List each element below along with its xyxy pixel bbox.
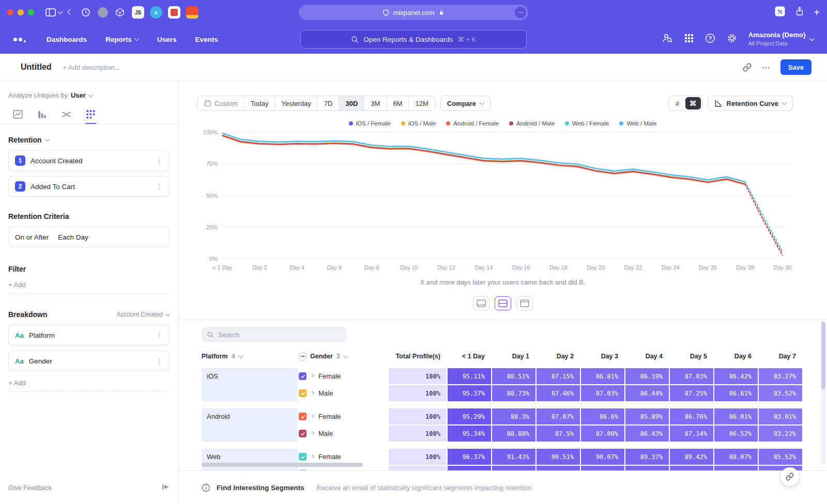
total-profiles-cell[interactable]: 100% xyxy=(389,385,447,401)
nav-users[interactable]: Users xyxy=(157,36,177,43)
extension-cube-icon[interactable] xyxy=(114,6,126,19)
analyze-entity-select[interactable]: User xyxy=(71,91,93,99)
total-profiles-cell[interactable]: 100% xyxy=(389,408,447,424)
legend-item-android-female[interactable]: Android / Female xyxy=(446,120,499,127)
add-description[interactable]: + Add description... xyxy=(63,64,120,71)
user-lookup-icon[interactable] xyxy=(662,33,673,45)
total-profiles-cell[interactable]: 100% xyxy=(389,426,447,442)
date-range-7d[interactable]: 7D xyxy=(318,96,340,111)
retention-cell[interactable]: 85.52% xyxy=(759,449,802,465)
add-filter-button[interactable]: + Add xyxy=(8,276,170,294)
retention-cell[interactable]: 83.52% xyxy=(759,385,802,401)
retention-cell[interactable]: 88.88% xyxy=(492,426,535,442)
retention-cell[interactable]: 96.21% xyxy=(448,466,491,470)
retention-cell[interactable]: 88.07% xyxy=(714,449,758,465)
criteria-each-day-select[interactable]: Each Day xyxy=(58,233,88,241)
retention-cell[interactable]: 91.41% xyxy=(492,466,535,470)
settings-gear-icon[interactable] xyxy=(727,33,737,45)
vertical-scrollbar[interactable] xyxy=(821,322,825,464)
project-switcher[interactable]: Amazonia {Demo} All Project Data xyxy=(748,31,814,47)
extension-circle-icon[interactable] xyxy=(98,7,108,18)
retention-cell[interactable]: 87.03% xyxy=(670,368,713,384)
report-title[interactable]: Untitled xyxy=(21,62,52,72)
command-toggle[interactable]: ⌘ xyxy=(685,97,701,109)
view-table-only-button[interactable] xyxy=(516,296,533,310)
retention-cell[interactable]: 89.48% xyxy=(625,466,669,470)
share-icon[interactable] xyxy=(795,6,804,19)
close-window-button[interactable] xyxy=(7,9,13,15)
collapse-sidebar-icon[interactable] xyxy=(161,483,170,493)
copy-link-button[interactable] xyxy=(743,63,752,72)
indeterminate-checkbox-icon[interactable] xyxy=(299,353,307,360)
expand-row-icon[interactable] xyxy=(311,414,314,417)
retention-cell[interactable]: 90.54% xyxy=(537,466,580,470)
retention-cell[interactable]: 87.08% xyxy=(581,426,624,442)
retention-cell[interactable]: 86.01% xyxy=(714,408,758,424)
nav-reports[interactable]: Reports xyxy=(105,36,139,43)
retention-cell[interactable]: 86.43% xyxy=(625,426,669,442)
retention-cell[interactable]: 86.61% xyxy=(714,385,758,401)
column-header-gender[interactable]: Gender3 xyxy=(299,353,388,360)
open-reports-search[interactable]: Open Reports & Dashboards ⌘ + K xyxy=(300,30,527,49)
total-profiles-cell[interactable]: 100% xyxy=(389,466,447,470)
page-options-icon[interactable]: ⋯ xyxy=(515,7,526,18)
breakdown-gender[interactable]: Aa Gender ⋮ xyxy=(8,351,170,371)
tab-flows[interactable] xyxy=(61,105,72,124)
breakdown-scope-select[interactable]: Account Created xyxy=(117,311,170,318)
address-bar[interactable]: mixpanel.com ⋯ xyxy=(299,5,528,20)
minimize-window-button[interactable] xyxy=(18,9,24,15)
gender-cell[interactable]: Male xyxy=(299,385,388,401)
save-button[interactable]: Save xyxy=(780,59,811,75)
breakdown-menu-icon[interactable]: ⋮ xyxy=(156,331,163,339)
retention-cell[interactable]: 89.37% xyxy=(625,449,669,465)
checkbox-ios-female[interactable] xyxy=(299,372,307,380)
gender-cell[interactable]: Female xyxy=(299,368,388,384)
checkbox-web-female[interactable] xyxy=(299,453,307,461)
date-range-6m[interactable]: 6M xyxy=(387,96,409,111)
retention-cell[interactable]: 86.6% xyxy=(581,408,624,424)
legend-item-web-female[interactable]: Web / Female xyxy=(565,120,609,127)
retention-cell[interactable]: 83.22% xyxy=(759,426,802,442)
retention-cell[interactable]: 83.01% xyxy=(759,408,802,424)
retention-cell[interactable]: 86.42% xyxy=(714,368,758,384)
help-icon[interactable]: ? xyxy=(705,33,715,45)
step-menu-icon[interactable]: ⋮ xyxy=(156,156,163,165)
retention-cell[interactable]: 88.73% xyxy=(492,385,535,401)
chart-type-select[interactable]: Retention Curve xyxy=(708,96,793,111)
mixpanel-logo[interactable] xyxy=(13,37,26,42)
date-range-12m[interactable]: 12M xyxy=(409,96,434,111)
retention-cell[interactable]: 89.52% xyxy=(670,466,713,470)
search-input[interactable] xyxy=(218,331,332,339)
legend-item-web-male[interactable]: Web / Male xyxy=(619,120,656,127)
retention-cell[interactable]: 85.89% xyxy=(625,408,669,424)
retention-cell[interactable]: 91.43% xyxy=(492,449,535,465)
retention-cell[interactable]: 86.52% xyxy=(714,426,758,442)
view-chart-only-button[interactable] xyxy=(473,296,489,310)
retention-cell[interactable]: 86.76% xyxy=(670,408,713,424)
back-button[interactable] xyxy=(68,11,72,14)
horizontal-scrollbar[interactable] xyxy=(202,463,363,467)
retention-cell[interactable]: 95.37% xyxy=(448,385,491,401)
add-breakdown-button[interactable]: + Add xyxy=(8,374,170,392)
retention-cell[interactable]: 87.5% xyxy=(537,426,580,442)
retention-step-2[interactable]: 2 Added To Cart ⋮ xyxy=(8,176,170,197)
retention-cell[interactable]: 86.44% xyxy=(625,385,669,401)
extension-js-icon[interactable]: JS xyxy=(132,6,144,19)
nav-events[interactable]: Events xyxy=(195,36,218,43)
legend-item-ios-male[interactable]: iOS / Male xyxy=(401,120,436,127)
new-tab-icon[interactable]: + xyxy=(814,7,820,19)
view-chart-and-table-button[interactable] xyxy=(495,296,511,310)
breakdown-menu-icon[interactable]: ⋮ xyxy=(156,357,163,365)
checkbox-ios-male[interactable] xyxy=(299,389,307,397)
table-search[interactable] xyxy=(202,327,346,342)
apps-grid-icon[interactable] xyxy=(684,34,694,45)
retention-cell[interactable]: 87.46% xyxy=(537,385,580,401)
scrollbar-thumb[interactable] xyxy=(821,322,825,389)
browser-sidebar-toggle[interactable] xyxy=(45,8,62,17)
retention-cell[interactable]: 95.34% xyxy=(448,426,491,442)
retention-cell[interactable]: 87.14% xyxy=(670,426,713,442)
retention-cell[interactable]: 88.51% xyxy=(492,368,535,384)
segments-title[interactable]: Find Interesting Segments xyxy=(217,484,304,492)
retention-cell[interactable]: 90.07% xyxy=(581,449,624,465)
absolute-numbers-toggle[interactable]: # xyxy=(670,97,685,109)
